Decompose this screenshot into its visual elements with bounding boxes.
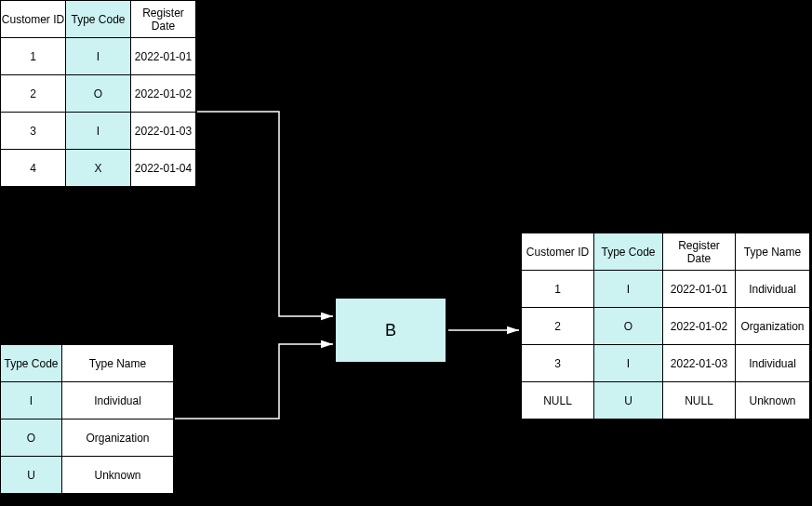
cell: Organization <box>62 419 174 457</box>
t1-h2: RegisterDate <box>131 1 196 38</box>
cell: NULL <box>522 382 594 419</box>
cell: 2022-01-04 <box>131 150 196 187</box>
cell: O <box>1 419 62 457</box>
t3-h0: Customer ID <box>522 233 594 271</box>
cell: Unknown <box>62 457 174 494</box>
t2-h1: Type Name <box>62 345 174 382</box>
table-row: 2 O 2022-01-02 <box>1 75 196 113</box>
t3-h1: Type Code <box>594 233 663 271</box>
arrow-t1-to-join <box>197 112 333 316</box>
cell: 4 <box>1 150 66 187</box>
cell: Individual <box>62 382 174 419</box>
cell: 1 <box>522 271 594 308</box>
cell: Individual <box>736 345 810 382</box>
cell: NULL <box>663 382 736 419</box>
t1-h0: Customer ID <box>1 1 66 38</box>
t2-h0: Type Code <box>1 345 62 382</box>
join-label: B <box>385 321 396 340</box>
cell: I <box>66 38 131 75</box>
customers-table: Customer ID Type Code RegisterDate 1 I 2… <box>0 0 196 187</box>
cell: 2022-01-02 <box>663 308 736 345</box>
arrow-t2-to-join <box>175 344 333 419</box>
t1-h1: Type Code <box>66 1 131 38</box>
table-row: U Unknown <box>1 457 174 494</box>
table-row: O Organization <box>1 419 174 457</box>
t3-h3: Type Name <box>736 233 810 271</box>
table-row: 1 I 2022-01-01 Individual <box>522 271 810 308</box>
table-row: NULL U NULL Unknown <box>522 382 810 419</box>
cell: 3 <box>1 113 66 150</box>
types-table: Type Code Type Name I Individual O Organ… <box>0 344 174 494</box>
result-table: Customer ID Type Code RegisterDate Type … <box>521 233 810 419</box>
cell: Unknown <box>736 382 810 419</box>
cell: Individual <box>736 271 810 308</box>
cell: Organization <box>736 308 810 345</box>
cell: I <box>594 271 663 308</box>
cell: I <box>66 113 131 150</box>
cell: 2022-01-01 <box>663 271 736 308</box>
table-row: 4 X 2022-01-04 <box>1 150 196 187</box>
cell: 2 <box>522 308 594 345</box>
cell: O <box>594 308 663 345</box>
cell: O <box>66 75 131 113</box>
table-row: 1 I 2022-01-01 <box>1 38 196 75</box>
table-row: 2 O 2022-01-02 Organization <box>522 308 810 345</box>
cell: 3 <box>522 345 594 382</box>
cell: U <box>1 457 62 494</box>
cell: 1 <box>1 38 66 75</box>
table-row: 3 I 2022-01-03 Individual <box>522 345 810 382</box>
cell: 2022-01-03 <box>663 345 736 382</box>
table-row: I Individual <box>1 382 174 419</box>
cell: 2022-01-02 <box>131 75 196 113</box>
cell: X <box>66 150 131 187</box>
cell: 2022-01-01 <box>131 38 196 75</box>
cell: 2 <box>1 75 66 113</box>
join-operation-box: B <box>335 298 446 363</box>
cell: U <box>594 382 663 419</box>
cell: I <box>1 382 62 419</box>
cell: 2022-01-03 <box>131 113 196 150</box>
table-row: 3 I 2022-01-03 <box>1 113 196 150</box>
t3-h2: RegisterDate <box>663 233 736 271</box>
cell: I <box>594 345 663 382</box>
